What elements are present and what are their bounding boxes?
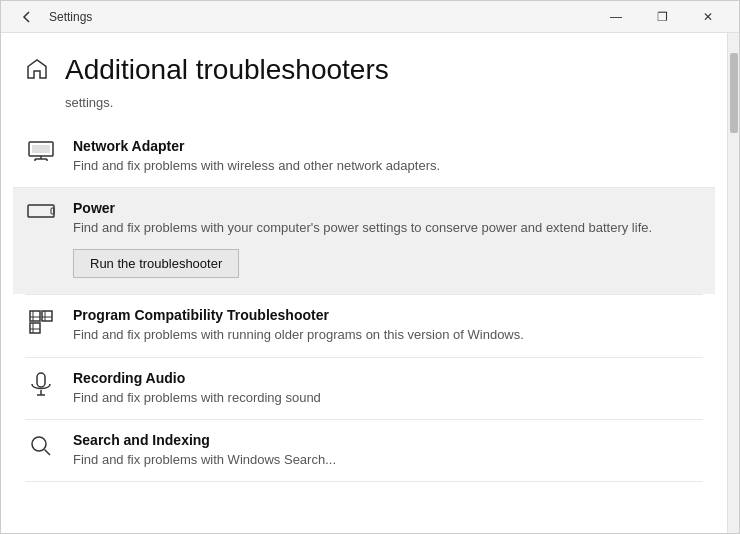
list-item[interactable]: Recording Audio Find and fix problems wi…	[25, 357, 703, 419]
program-compat-icon	[25, 307, 57, 335]
list-item[interactable]: Power Find and fix problems with your co…	[13, 187, 715, 294]
item-description: Find and fix problems with running older…	[73, 326, 703, 344]
svg-rect-6	[28, 205, 54, 217]
item-header: Recording Audio Find and fix problems wi…	[25, 370, 703, 407]
power-title: Power	[73, 200, 703, 216]
scrollbar[interactable]	[727, 33, 739, 533]
network-adapter-icon	[25, 138, 57, 162]
svg-point-20	[32, 437, 46, 451]
back-button[interactable]	[13, 1, 41, 33]
window-title: Settings	[49, 10, 92, 24]
item-header: Network Adapter Find and fix problems wi…	[25, 138, 703, 175]
item-title: Recording Audio	[73, 370, 703, 386]
run-btn-container: Run the troubleshooter	[25, 237, 703, 282]
main-content: Additional troubleshooters settings.	[1, 33, 727, 533]
svg-rect-11	[42, 311, 52, 321]
item-text: Network Adapter Find and fix problems wi…	[73, 138, 703, 175]
item-header: Search and Indexing Find and fix problem…	[25, 432, 703, 469]
list-item[interactable]: Network Adapter Find and fix problems wi…	[25, 126, 703, 187]
settings-subtitle: settings.	[1, 95, 727, 126]
run-troubleshooter-button[interactable]: Run the troubleshooter	[73, 249, 239, 278]
item-title: Network Adapter	[73, 138, 703, 154]
scrollbar-thumb[interactable]	[730, 53, 738, 133]
item-title: Program Compatibility Troubleshooter	[73, 307, 703, 323]
power-description: Find and fix problems with your computer…	[73, 219, 703, 237]
item-text: Power Find and fix problems with your co…	[73, 200, 703, 237]
item-text: Recording Audio Find and fix problems wi…	[73, 370, 703, 407]
window-controls: — ❐ ✕	[593, 1, 731, 33]
item-title: Search and Indexing	[73, 432, 703, 448]
item-description: Find and fix problems with recording sou…	[73, 389, 703, 407]
content-area: Additional troubleshooters settings.	[1, 33, 739, 533]
search-indexing-icon	[25, 432, 57, 458]
minimize-button[interactable]: —	[593, 1, 639, 33]
item-text: Program Compatibility Troubleshooter Fin…	[73, 307, 703, 344]
home-icon	[25, 57, 49, 87]
item-description: Find and fix problems with wireless and …	[73, 157, 703, 175]
troubleshooter-list: Network Adapter Find and fix problems wi…	[1, 126, 727, 482]
recording-audio-icon	[25, 370, 57, 398]
item-header: Program Compatibility Troubleshooter Fin…	[25, 307, 703, 344]
svg-rect-8	[30, 311, 40, 321]
svg-line-21	[45, 449, 51, 455]
title-bar: Settings — ❐ ✕	[1, 1, 739, 33]
item-text: Search and Indexing Find and fix problem…	[73, 432, 703, 469]
svg-rect-7	[51, 208, 54, 214]
back-icon	[21, 11, 33, 23]
svg-rect-14	[30, 323, 40, 333]
page-header: Additional troubleshooters	[1, 33, 727, 95]
page-title: Additional troubleshooters	[65, 53, 389, 87]
maximize-button[interactable]: ❐	[639, 1, 685, 33]
settings-window: Settings — ❐ ✕ Additional troubleshooter…	[0, 0, 740, 534]
list-item[interactable]: Program Compatibility Troubleshooter Fin…	[25, 294, 703, 356]
item-description: Find and fix problems with Windows Searc…	[73, 451, 703, 469]
svg-rect-1	[32, 145, 50, 153]
list-item[interactable]: Search and Indexing Find and fix problem…	[25, 419, 703, 482]
close-button[interactable]: ✕	[685, 1, 731, 33]
title-bar-left: Settings	[13, 1, 92, 33]
power-icon	[25, 200, 57, 220]
item-header: Power Find and fix problems with your co…	[25, 200, 703, 237]
svg-rect-17	[37, 373, 45, 387]
